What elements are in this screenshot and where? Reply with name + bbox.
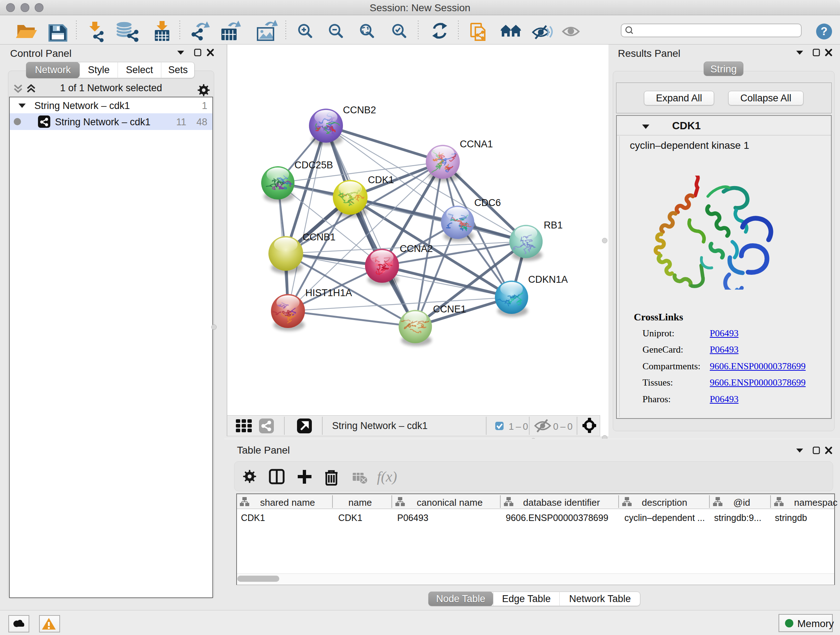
svg-text:HIST1H1A: HIST1H1A: [305, 287, 352, 298]
svg-text:CCNA1: CCNA1: [460, 139, 493, 149]
svg-text:CDK1: CDK1: [368, 174, 394, 185]
svg-text:CCNB2: CCNB2: [343, 105, 376, 116]
svg-text:CCNB1: CCNB1: [302, 232, 336, 242]
svg-text:CDC25B: CDC25B: [294, 160, 333, 171]
svg-text:RB1: RB1: [544, 220, 563, 231]
svg-text:f(x): f(x): [377, 469, 397, 485]
svg-text:CDKN1A: CDKN1A: [528, 274, 568, 285]
svg-text:CCNA2: CCNA2: [400, 243, 433, 254]
svg-text:CCNE1: CCNE1: [433, 304, 466, 315]
svg-text:CDC6: CDC6: [474, 197, 501, 208]
